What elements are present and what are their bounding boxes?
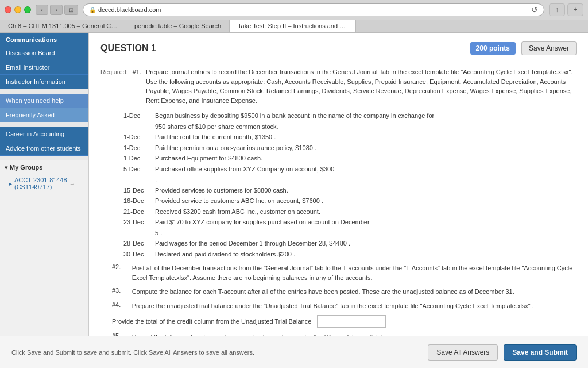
lock-icon: 🔒 [89,7,96,13]
table-row: 1-Dec Purchased Equipment for $4800 cash… [123,154,571,163]
sidebar-item-when-you-need-help[interactable]: When you need help [0,94,88,108]
credit-column-row: Provide the total of the credit column f… [100,315,577,328]
trans-date [123,122,155,132]
table-row: . [123,175,571,185]
bottom-actions: Save All Answers Save and Submit [428,344,577,361]
fullscreen-button[interactable]: ⊡ [64,5,78,15]
table-row: 5-Dec Purchased office supplies from XYZ… [123,164,571,174]
question-title: QUESTION 1 [100,43,156,53]
trans-desc: Received $3200 cash from ABC Inc., custo… [155,207,571,217]
trans-date [123,228,155,238]
req4-row: #4. Prepare the unadjusted trial balance… [100,301,577,311]
trans-desc: Paid the rent for the current month, $13… [155,132,571,142]
req1-row: Required: #1. Prepare journal entries to… [100,67,577,105]
sidebar: Communications Discussion Board Email In… [0,33,89,367]
trans-desc: Paid the premium on a one-year insurance… [155,143,571,153]
req3-text: Compute the balance for each T-account a… [132,287,514,297]
table-row: 21-Dec Received $3200 cash from ABC Inc.… [123,207,571,217]
tab-1[interactable]: periodic table – Google Search [126,20,230,32]
req2-row: #2. Post all of the December transaction… [100,263,577,282]
sidebar-group-acct[interactable]: ▸ ACCT-2301-81448(CS1149717) → [0,174,88,193]
req2-text: Post all of the December transactions fr… [132,263,577,282]
save-answer-button[interactable]: Save Answer [521,41,577,55]
req4-num: #4. [112,301,121,311]
question-header: QUESTION 1 200 points Save Answer [89,33,588,60]
trans-date [123,175,155,185]
share-button[interactable]: ↑ [549,3,565,16]
sidebar-item-career-in-accounting[interactable]: Career in Accounting [0,127,88,141]
req2-num: #2. [112,263,121,282]
sidebar-header-communications: Communications [0,33,88,46]
table-row: 30-Dec Declared and paid dividend to sto… [123,250,571,259]
browser-tabs: Ch 8 – CHEM 1311.005 – General Chemistry… [0,20,588,33]
sidebar-item-advice-from-other-students[interactable]: Advice from other students [0,141,88,156]
window-controls [5,6,31,13]
app-layout: Communications Discussion Board Email In… [0,33,588,367]
trans-desc: Paid $170 to XYZ company for supplies pu… [155,217,571,227]
trans-desc: . [155,175,571,185]
trans-date: 1-Dec [123,143,155,153]
minimize-btn[interactable] [14,6,21,13]
refresh-button[interactable]: ↺ [531,5,538,14]
back-button[interactable]: ‹ [36,5,48,15]
sidebar-item-email-instructor[interactable]: Email Instructor [0,60,88,75]
sidebar-item-instructor-info[interactable]: Instructor Information [0,75,88,89]
table-row: 1-Dec Paid the rent for the current mont… [123,132,571,142]
trans-date: 30-Dec [123,250,155,259]
bottom-bar: Click Save and Submit to save and submit… [0,336,588,368]
credit-input[interactable] [317,315,386,328]
table-row: 5 . [123,228,571,238]
trans-desc: Purchased office supplies from XYZ Compa… [155,164,571,174]
trans-desc: Purchased Equipment for $4800 cash. [155,154,571,163]
tab-0[interactable]: Ch 8 – CHEM 1311.005 – General Chemistry… [0,20,126,32]
maximize-btn[interactable] [24,6,31,13]
credit-text: Provide the total of the credit column f… [112,318,311,325]
trans-date: 15-Dec [123,186,155,195]
trans-desc: Provided services to customers for $8800… [155,186,571,195]
new-tab-button[interactable]: + [567,3,583,16]
table-row: 16-Dec Provided service to customers ABC… [123,196,571,206]
req3-num: #3. [112,287,121,297]
transactions-table: 1-Dec Began business by depositing $9500… [123,111,571,259]
trans-date: 1-Dec [123,132,155,142]
my-groups-chevron[interactable]: ▾ [5,164,7,171]
trans-date: 1-Dec [123,111,155,121]
address-bar[interactable]: 🔒 dcccd.blackboard.com ↺ [83,3,544,16]
req1-text: Prepare journal entries to record the De… [146,67,577,105]
table-row: 15-Dec Provided services to customers fo… [123,186,571,195]
close-btn[interactable] [5,6,11,13]
save-and-submit-button[interactable]: Save and Submit [504,344,577,361]
trans-date: 28-Dec [123,239,155,248]
trans-desc: Began business by depositing $9500 in a … [155,111,571,121]
sidebar-item-discussion-board[interactable]: Discussion Board [0,46,88,60]
trans-date: 21-Dec [123,207,155,217]
trans-desc: Paid wages for the period December 1 thr… [155,239,571,248]
group-chevron: ▸ [9,181,12,187]
trans-desc: Provided service to customers ABC Inc. o… [155,196,571,206]
required-label: Required: [100,67,128,105]
question-body: Required: #1. Prepare journal entries to… [89,60,588,367]
trans-desc: 950 shares of $10 per share common stock… [155,122,571,132]
my-groups-label: ▾ My Groups [0,160,88,174]
sidebar-item-frequently-asked[interactable]: Frequently Asked [0,108,88,122]
table-row: 23-Dec Paid $170 to XYZ company for supp… [123,217,571,227]
group-label: ACCT-2301-81448(CS1149717) [14,177,67,190]
bottom-hint: Click Save and Submit to save and submit… [11,349,254,356]
trans-desc: Declared and paid dividend to stockholde… [155,250,571,259]
tab-2[interactable]: Take Test: Step II – Instructions and Tr… [230,20,356,32]
table-row: 28-Dec Paid wages for the period Decembe… [123,239,571,248]
req1-num: #1. [133,67,141,105]
table-row: 1-Dec Began business by depositing $9500… [123,111,571,121]
forward-button[interactable]: › [50,5,63,15]
points-badge: 200 points [470,42,516,55]
trans-desc: 5 . [155,228,571,238]
table-row: 1-Dec Paid the premium on a one-year ins… [123,143,571,153]
trans-date: 23-Dec [123,217,155,227]
trans-date: 1-Dec [123,154,155,163]
save-all-answers-button[interactable]: Save All Answers [428,344,498,361]
group-arrow: → [69,181,75,187]
address-text: dcccd.blackboard.com [98,6,161,13]
browser-chrome: ‹ › ⊡ 🔒 dcccd.blackboard.com ↺ ↑ + Ch 8 … [0,0,588,33]
trans-date: 16-Dec [123,196,155,206]
req3-row: #3. Compute the balance for each T-accou… [100,287,577,297]
